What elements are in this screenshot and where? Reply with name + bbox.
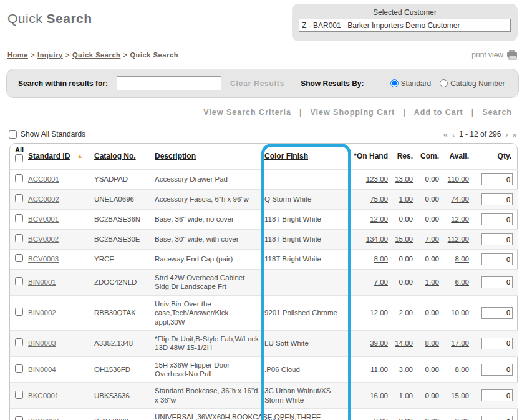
standard-id-link[interactable]: BKC0001 (28, 392, 59, 399)
standard-id-link[interactable]: BKC0003 (28, 418, 59, 420)
on-hand-link[interactable]: 75.00 (370, 195, 388, 203)
radio-catalog-number-input[interactable] (440, 79, 448, 87)
qty-input[interactable] (481, 213, 513, 225)
com-link[interactable]: 8.00 (425, 339, 439, 347)
breadcrumb-link-home[interactable]: Home (7, 51, 28, 59)
on-hand-link[interactable]: 7.00 (374, 278, 388, 286)
qty-input[interactable] (481, 233, 513, 245)
qty-input[interactable] (481, 416, 513, 420)
on-hand-link[interactable]: 16.00 (370, 392, 388, 399)
res-link[interactable]: 15.00 (395, 235, 413, 243)
top-action-links: View Search Criteria | View Shopping Car… (0, 108, 527, 117)
com-link[interactable]: 7.00 (425, 235, 439, 243)
standard-id-link[interactable]: ACC0002 (28, 195, 59, 203)
qty-cell (471, 190, 518, 210)
avail-link[interactable]: 10.00 (451, 309, 469, 316)
avail-link[interactable]: 8.00 (455, 255, 469, 263)
standard-id-link[interactable]: BCV0002 (28, 235, 59, 243)
on-hand-link[interactable]: 11.00 (370, 366, 388, 373)
com-cell: 0.00 (415, 170, 441, 190)
avail-link[interactable]: 12.00 (451, 215, 469, 223)
qty-input[interactable] (481, 389, 513, 401)
com-cell: 0.00 (415, 409, 441, 420)
qty-input[interactable] (481, 193, 513, 205)
row-checkbox[interactable] (15, 364, 23, 373)
row-checkbox[interactable] (15, 277, 23, 285)
search-within-input[interactable] (117, 76, 221, 90)
avail-link[interactable]: 15.00 (451, 392, 469, 399)
pagination-next-icon[interactable]: › (505, 130, 508, 139)
row-checkbox[interactable] (15, 254, 23, 262)
res-link[interactable]: 1.00 (399, 392, 413, 399)
add-to-cart-link[interactable]: Add to Cart (414, 108, 463, 117)
selected-customer-box: Selected Customer (292, 4, 518, 41)
column-header-standard-id: Standard ID ▲ (26, 144, 92, 170)
row-checkbox[interactable] (15, 174, 23, 182)
row-checkbox-cell (10, 230, 26, 250)
radio-standard[interactable]: Standard (390, 79, 432, 88)
res-link[interactable]: 1.00 (399, 195, 413, 203)
res-link[interactable]: 2.00 (399, 309, 413, 316)
avail-link[interactable]: 8.00 (455, 366, 469, 373)
avail-link[interactable]: 17.00 (451, 339, 469, 347)
row-checkbox[interactable] (15, 194, 23, 202)
topbar: Quick Search Selected Customer (0, 0, 527, 44)
standard-id-link[interactable]: BIN0003 (28, 339, 56, 347)
column-header-com: Com. (415, 144, 441, 170)
standard-id-link[interactable]: BIN0001 (28, 278, 56, 286)
qty-input[interactable] (481, 173, 513, 185)
row-checkbox[interactable] (15, 338, 23, 346)
qty-input[interactable] (481, 307, 513, 319)
on-hand-link[interactable]: 12.00 (370, 309, 388, 316)
selected-customer-input[interactable] (299, 19, 511, 32)
row-checkbox[interactable] (15, 308, 23, 316)
on-hand-link[interactable]: 8.00 (374, 255, 388, 263)
view-shopping-cart-link[interactable]: View Shopping Cart (310, 108, 395, 117)
qty-input[interactable] (481, 253, 513, 265)
avail-cell: 10.00 (441, 295, 471, 330)
on-hand-link[interactable]: 134.00 (366, 235, 388, 243)
search-link[interactable]: Search (482, 108, 512, 117)
on-hand-link[interactable]: 123.00 (366, 175, 388, 183)
avail-link[interactable]: 74.00 (451, 195, 469, 203)
standard-id-link[interactable]: BIN0004 (28, 366, 56, 373)
description-cell: 15H x36W Flipper Door Overhead-No Pull (153, 356, 263, 383)
row-checkbox[interactable] (15, 416, 23, 420)
avail-link[interactable]: 112.00 (448, 235, 469, 243)
avail-link[interactable]: 6.00 (455, 278, 469, 286)
standard-id-link[interactable]: BCV0001 (28, 215, 59, 223)
view-search-criteria-link[interactable]: View Search Criteria (203, 108, 291, 117)
select-all-checkbox[interactable] (15, 154, 23, 162)
on-hand-link[interactable]: 39.00 (370, 339, 388, 347)
qty-input[interactable] (481, 338, 513, 349)
on-hand-link[interactable]: 12.00 (370, 215, 388, 223)
pagination-prev-icon[interactable]: ‹ (452, 130, 455, 139)
breadcrumb-link-inquiry[interactable]: Inquiry (37, 51, 63, 59)
standard-id-link[interactable]: BCV0003 (28, 255, 59, 263)
row-checkbox[interactable] (15, 214, 23, 222)
breadcrumb-link-quick-search[interactable]: Quick Search (72, 51, 121, 59)
on-hand-link[interactable]: 3.00 (374, 418, 388, 420)
qty-input[interactable] (481, 364, 513, 376)
show-all-standards[interactable]: Show All Standards (9, 130, 85, 139)
clear-results-link[interactable]: Clear Results (230, 79, 284, 88)
standard-id-link[interactable]: BIN0002 (28, 309, 56, 316)
pagination-first-icon[interactable]: « (443, 130, 447, 139)
avail-link[interactable]: 110.00 (448, 175, 469, 183)
com-link[interactable]: 1.00 (425, 278, 439, 286)
row-checkbox[interactable] (15, 391, 23, 399)
pagination-last-icon[interactable]: » (513, 130, 517, 139)
select-all-header: All (10, 144, 26, 170)
standard-id-link[interactable]: ACC0001 (28, 175, 59, 183)
radio-catalog-number[interactable]: Catalog Number (440, 79, 505, 88)
show-all-standards-checkbox[interactable] (9, 130, 17, 139)
print-view-link[interactable]: print view (471, 50, 518, 60)
res-link[interactable]: 14.00 (395, 339, 413, 347)
res-link[interactable]: 3.00 (399, 366, 413, 373)
breadcrumb-row: Home>Inquiry>Quick Search>Quick Search p… (0, 44, 527, 60)
res-link[interactable]: 13.00 (395, 175, 413, 183)
row-checkbox[interactable] (15, 234, 23, 242)
qty-input[interactable] (481, 276, 513, 288)
avail-link[interactable]: 3.00 (455, 418, 469, 420)
radio-standard-input[interactable] (390, 79, 399, 87)
